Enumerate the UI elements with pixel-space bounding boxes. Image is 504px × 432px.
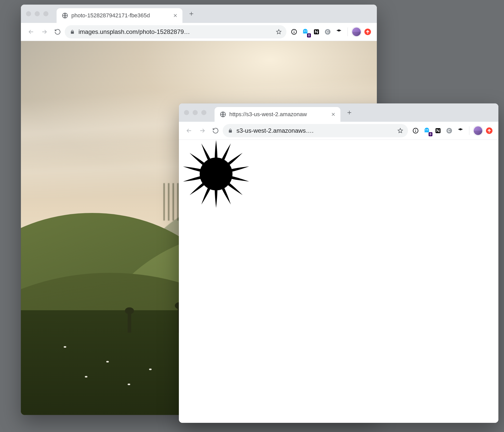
close-tab-button[interactable] — [330, 111, 337, 118]
buffer-extension-icon[interactable] — [455, 126, 466, 136]
window-controls — [26, 5, 48, 23]
extensions-row: 0 — [289, 27, 373, 37]
tab-strip: photo-1528287942171-fbe365d — [21, 5, 377, 23]
window-minimize-button[interactable] — [193, 110, 198, 115]
lock-icon — [228, 128, 233, 133]
profile-avatar[interactable] — [351, 27, 362, 37]
reload-button[interactable] — [51, 26, 64, 38]
url-text: images.unsplash.com/photo-15282879… — [78, 28, 270, 35]
svg-point-10 — [427, 129, 428, 130]
address-bar[interactable]: s3-us-west-2.amazonaws…. — [223, 124, 408, 137]
tab-strip: https://s3-us-west-2.amazonaw — [179, 103, 498, 122]
new-tab-button[interactable] — [343, 107, 355, 118]
svg-point-3 — [306, 31, 307, 32]
window-maximize-button[interactable] — [201, 110, 206, 115]
globe-icon — [62, 12, 68, 19]
svg-point-2 — [304, 31, 305, 32]
svg-point-12 — [446, 128, 452, 133]
star-burst-icon — [180, 140, 252, 210]
close-tab-button[interactable] — [172, 12, 179, 19]
window-close-button[interactable] — [184, 110, 189, 115]
extensions-row: 0 — [410, 126, 494, 136]
buffer-extension-icon[interactable] — [334, 27, 344, 37]
bookmark-star-icon[interactable] — [395, 126, 405, 136]
forward-button[interactable] — [196, 125, 208, 137]
reload-button[interactable] — [209, 125, 222, 137]
window-controls — [184, 103, 206, 122]
bookmark-star-icon[interactable] — [274, 27, 284, 37]
window-close-button[interactable] — [26, 11, 31, 16]
toolbar-divider — [469, 126, 469, 135]
upload-extension-icon[interactable] — [484, 126, 494, 136]
back-button[interactable] — [25, 26, 37, 38]
back-button[interactable] — [183, 125, 195, 137]
tab-title: photo-1528287942171-fbe365d — [71, 12, 169, 19]
url-text: s3-us-west-2.amazonaws…. — [236, 127, 392, 134]
info-icon[interactable] — [289, 27, 299, 37]
address-bar[interactable]: images.unsplash.com/photo-15282879… — [65, 25, 286, 38]
browser-tab[interactable]: photo-1528287942171-fbe365d — [57, 8, 182, 23]
toolbar: images.unsplash.com/photo-15282879… 0 — [21, 23, 377, 41]
notion-extension-icon[interactable] — [311, 27, 322, 37]
toolbar: s3-us-west-2.amazonaws…. 0 — [179, 122, 498, 140]
notion-extension-icon[interactable] — [433, 126, 443, 136]
ghost-extension-icon[interactable]: 0 — [422, 126, 432, 136]
window-maximize-button[interactable] — [43, 11, 48, 16]
page-viewport — [179, 140, 498, 423]
circle-c-extension-icon[interactable] — [444, 126, 454, 136]
toolbar-divider — [348, 28, 348, 36]
ghost-badge: 0 — [429, 132, 432, 136]
globe-icon — [220, 111, 226, 118]
browser-tab[interactable]: https://s3-us-west-2.amazonaw — [215, 107, 340, 122]
lock-icon — [70, 29, 75, 34]
svg-point-14 — [200, 158, 233, 191]
browser-window-front: https://s3-us-west-2.amazonaw s3-us-west… — [179, 103, 498, 423]
upload-extension-icon[interactable] — [363, 27, 373, 37]
window-minimize-button[interactable] — [35, 11, 40, 16]
ghost-badge: 0 — [307, 33, 311, 37]
svg-point-9 — [426, 129, 427, 130]
svg-point-5 — [325, 29, 330, 35]
new-tab-button[interactable] — [185, 8, 197, 20]
tab-title: https://s3-us-west-2.amazonaw — [229, 111, 327, 118]
profile-avatar[interactable] — [473, 126, 483, 136]
info-icon[interactable] — [410, 126, 421, 136]
ghost-extension-icon[interactable]: 0 — [300, 27, 310, 37]
circle-c-extension-icon[interactable] — [323, 27, 333, 37]
forward-button[interactable] — [38, 26, 50, 38]
